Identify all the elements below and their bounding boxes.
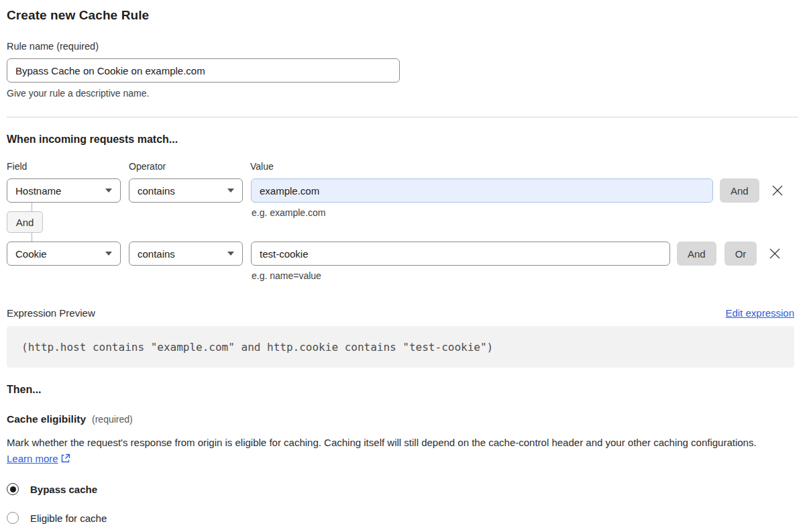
connector-line xyxy=(32,203,32,211)
chevron-down-icon xyxy=(227,252,234,256)
condition-row: Cookie contains And Or xyxy=(7,242,794,266)
page-title: Create new Cache Rule xyxy=(7,8,794,23)
remove-condition-button[interactable] xyxy=(769,182,786,199)
cache-eligibility-description: Mark whether the request's response from… xyxy=(7,435,785,467)
rule-name-input[interactable] xyxy=(7,58,400,83)
value-input[interactable] xyxy=(251,242,670,266)
expression-preview-label: Expression Preview xyxy=(7,307,95,319)
field-select-value: Hostname xyxy=(15,185,61,197)
operator-column-label: Operator xyxy=(129,161,250,172)
section-divider xyxy=(7,117,798,117)
edit-expression-link[interactable]: Edit expression xyxy=(725,307,794,319)
match-section-heading: When incoming requests match... xyxy=(7,134,794,146)
condition-connector-zone: e.g. example.com And xyxy=(7,203,794,242)
field-select[interactable]: Hostname xyxy=(7,178,121,203)
chevron-down-icon xyxy=(105,252,112,256)
radio-button-selected[interactable] xyxy=(7,483,19,495)
and-button[interactable]: And xyxy=(677,242,716,266)
radio-option-eligible-for-cache[interactable]: Eligible for cache xyxy=(7,512,794,524)
value-column-label: Value xyxy=(250,161,274,172)
field-select[interactable]: Cookie xyxy=(7,242,121,266)
expression-header: Expression Preview Edit expression xyxy=(7,307,794,319)
remove-condition-button[interactable] xyxy=(766,245,784,262)
expression-code: (http.host contains "example.com" and ht… xyxy=(21,341,493,354)
radio-option-bypass-cache[interactable]: Bypass cache xyxy=(7,483,794,495)
condition-column-labels: Field Operator Value xyxy=(7,161,794,172)
required-note: (required) xyxy=(92,414,133,425)
cache-eligibility-heading-row: Cache eligibility (required) xyxy=(7,413,794,425)
operator-select-value: contains xyxy=(138,248,175,260)
chevron-down-icon xyxy=(227,189,234,193)
radio-label: Eligible for cache xyxy=(30,513,107,524)
value-input[interactable] xyxy=(251,178,713,203)
value-hint: e.g. name=value xyxy=(252,270,794,281)
operator-select[interactable]: contains xyxy=(129,178,243,203)
radio-dot xyxy=(10,486,16,492)
condition-row: Hostname contains And xyxy=(7,178,794,203)
rule-name-help: Give your rule a descriptive name. xyxy=(7,88,794,99)
close-icon xyxy=(769,248,781,260)
value-hint: e.g. example.com xyxy=(252,207,326,218)
field-column-label: Field xyxy=(7,161,129,172)
operator-select-value: contains xyxy=(138,185,175,197)
and-button[interactable]: And xyxy=(720,178,759,203)
then-heading: Then... xyxy=(7,384,794,396)
external-link-icon xyxy=(60,454,70,464)
radio-button-unselected[interactable] xyxy=(7,512,19,524)
operator-select[interactable]: contains xyxy=(129,242,243,266)
chevron-down-icon xyxy=(105,189,112,193)
description-text: Mark whether the request's response from… xyxy=(7,437,757,448)
close-icon xyxy=(771,184,784,197)
field-select-value: Cookie xyxy=(15,248,47,260)
connector-and-toggle[interactable]: And xyxy=(7,211,43,233)
rule-name-label: Rule name (required) xyxy=(7,41,794,52)
learn-more-link[interactable]: Learn more xyxy=(7,453,58,464)
connector-line xyxy=(32,233,32,242)
expression-preview-box: (http.host contains "example.com" and ht… xyxy=(7,326,794,368)
radio-label: Bypass cache xyxy=(30,484,97,495)
cache-eligibility-heading: Cache eligibility xyxy=(7,413,86,425)
connector: And xyxy=(7,203,43,242)
or-button[interactable]: Or xyxy=(724,242,757,266)
